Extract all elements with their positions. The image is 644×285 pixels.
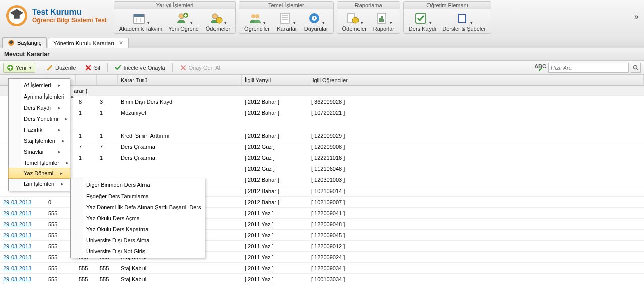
cell: 555 [76,263,97,273]
date-link[interactable]: 29-03-2013 [3,254,31,260]
chevron-right-icon: ▸ [58,127,61,132]
col-karar-turu[interactable]: Karar Türü [118,75,242,85]
cell: [ 122009012 ] [308,241,644,251]
col-ogrenciler[interactable]: İlgili Öğrenciler [308,75,644,85]
delete-button[interactable]: Sil [81,63,103,73]
submenu-item[interactable]: Yaz Okulu Ders Açma [71,213,205,224]
svg-rect-5 [134,14,144,17]
submenu-item[interactable]: Eşdeğer Ders Tanımlama [71,191,205,202]
table-row[interactable] [0,118,644,130]
ribbon-item[interactable]: ▾Raporlar [370,10,398,33]
date-link[interactable]: 29-03-2013 [3,232,31,238]
menu-item[interactable]: Ayrılma İşlemleri▸ [9,91,70,102]
spellcheck-icon[interactable]: ABC✔ [534,65,546,71]
date-link[interactable]: 29-03-2013 [3,265,31,271]
yaz-donemi-submenu[interactable]: Diğer Birimden Ders AlmaEşdeğer Ders Tan… [70,178,205,258]
edit-label: Düzenle [55,65,76,71]
ribbon-item-label: Yeni Öğrenci [168,26,200,32]
cell: [ 2011 Yaz ] [242,241,308,251]
ribbon-group-title: Yarıyıl İşlemleri [114,2,235,9]
book-icon [455,11,469,25]
chevron-down-icon: ▾ [322,20,325,25]
submenu-item[interactable]: Üniversite Dışı Ders Alma [71,235,205,246]
date-link[interactable]: 29-03-2013 [3,210,31,216]
group-row[interactable]: arar ) [0,86,644,96]
ribbon-group: Yarıyıl İşlemleri▾Akademik Takvim▾Yeni Ö… [114,1,236,34]
table-row[interactable]: 11Kredi Sınırı Arttırımı[ 2012 Bahar ][ … [0,130,644,141]
cell [76,163,97,174]
submenu-item[interactable]: Diğer Birimden Ders Alma [71,179,205,191]
search-wrap: ABC✔ [534,63,641,73]
ribbon-item[interactable]: ▾Ödemeler [203,10,233,33]
menu-item[interactable]: Ders Yönetimi▸ [9,113,70,124]
ribbon-item[interactable]: ▾Ders Kaydı [406,10,439,33]
submenu-item[interactable]: Yaz Okulu Ders Kapatma [71,224,205,235]
ribbon-item[interactable]: ▾Akademik Takvim [116,10,165,33]
submenu-item[interactable]: Yaz Dönemi İlk Defa Alınan Şartlı Başarı… [71,202,205,213]
menu-item[interactable]: Ders Kaydı▸ [9,102,70,113]
new-dropdown-menu[interactable]: Af İşlemleri▸Ayrılma İşlemleri▸Ders Kayd… [8,78,70,191]
ribbon-overflow-button[interactable]: » [634,12,639,21]
cell: Kredi Sınırı Arttırımı [118,130,242,141]
separator [172,63,173,72]
quick-search-input[interactable] [548,63,629,73]
student-add-icon [175,11,189,25]
ribbon-item[interactable]: ▾Yeni Öğrenci [165,10,203,33]
cell: 8 [76,96,97,107]
revert-approval-button[interactable]: Onay Geri Al [176,63,224,73]
menu-item[interactable]: Sınavlar▸ [9,146,70,157]
chevron-down-icon: ▾ [361,20,363,25]
cell: 555 [76,274,97,284]
ribbon-group-title: Temel İşlemler [239,2,333,9]
col-yariyil[interactable]: İlgili Yarıyıl [242,75,308,85]
new-button[interactable]: Yeni ▾ [3,63,35,73]
cell: 1 [97,130,118,141]
tab-label: Yönetim Kurulu Kararları [53,40,114,46]
menu-item[interactable]: Staj İşlemleri▸ [9,135,70,146]
search-button[interactable] [631,63,641,73]
col-adet[interactable] [97,75,118,85]
ribbon-item[interactable]: ▾Dersler & Şubeler [439,10,489,33]
tab[interactable]: Başlangıç [2,37,47,48]
cell: 29-03-2013 [0,274,45,284]
chevron-down-icon: ▾ [147,20,150,25]
menu-item[interactable]: Temel İşlemler▸ [9,157,70,168]
magnifier-icon [633,65,639,71]
edit-button[interactable]: Düzenle [43,63,79,73]
date-link[interactable]: 29-03-2013 [3,243,31,249]
svg-rect-14 [281,13,289,23]
tab[interactable]: Yönetim Kurulu Kararları✕ [48,38,128,48]
table-row[interactable]: 11Ders Çıkarma[ 2012 Güz ][ 122211016 ] [0,152,644,163]
menu-item[interactable]: Hazırlık▸ [9,124,70,135]
ribbon-item[interactable]: ▾Öğrenciler [241,10,273,33]
date-link[interactable]: 29-03-2013 [3,199,31,205]
cell: 555 [45,274,76,284]
svg-point-13 [255,14,259,18]
cell: 555 [45,263,76,273]
close-icon[interactable]: ✕ [119,40,123,46]
table-row[interactable]: 77Ders Çıkarma[ 2012 Güz ][ 120209008 ] [0,141,644,152]
date-link[interactable]: 29-03-2013 [3,276,31,282]
table-row[interactable]: [ 2012 Güz ][ 112106048 ] [0,163,644,174]
review-approve-button[interactable]: İncele ve Onayla [111,63,169,73]
menu-item[interactable]: İzin İşlemleri▸ [9,178,70,189]
ribbon-item[interactable]: ▾Ödemeler [339,10,370,33]
date-link[interactable]: 29-03-2013 [3,221,31,227]
svg-rect-3 [14,15,20,19]
cell: 3 [97,96,118,107]
table-row[interactable]: 83Birim Dışı Ders Kaydı[ 2012 Bahar ][ 3… [0,96,644,107]
submenu-item[interactable]: Üniversite Dışı Not Girişi [71,246,205,257]
cell: [ 2012 Bahar ] [242,96,308,107]
table-row[interactable]: 11Mezuniyet[ 2012 Bahar ][ 107202021 ] [0,107,644,118]
col-kno[interactable] [76,75,97,85]
cell: [ 2012 Bahar ] [242,130,308,141]
menu-item[interactable]: Yaz Dönemi▸ [8,168,70,179]
chevron-down-icon: ▾ [29,65,32,70]
svg-point-21 [352,17,359,23]
app-subtitle: Öğrenci Bilgi Sistemi Test [32,17,107,24]
table-row[interactable]: 29-03-2013555555555Staj Kabul[ 2011 Yaz … [0,263,644,274]
menu-item[interactable]: Af İşlemleri▸ [9,80,70,91]
table-row[interactable]: 29-03-2013555555555Staj Kabul[ 2011 Yaz … [0,274,644,284]
ribbon-item[interactable]: ▾Kararlar [273,10,301,33]
ribbon-item[interactable]: ▾Duyurular [301,10,331,33]
